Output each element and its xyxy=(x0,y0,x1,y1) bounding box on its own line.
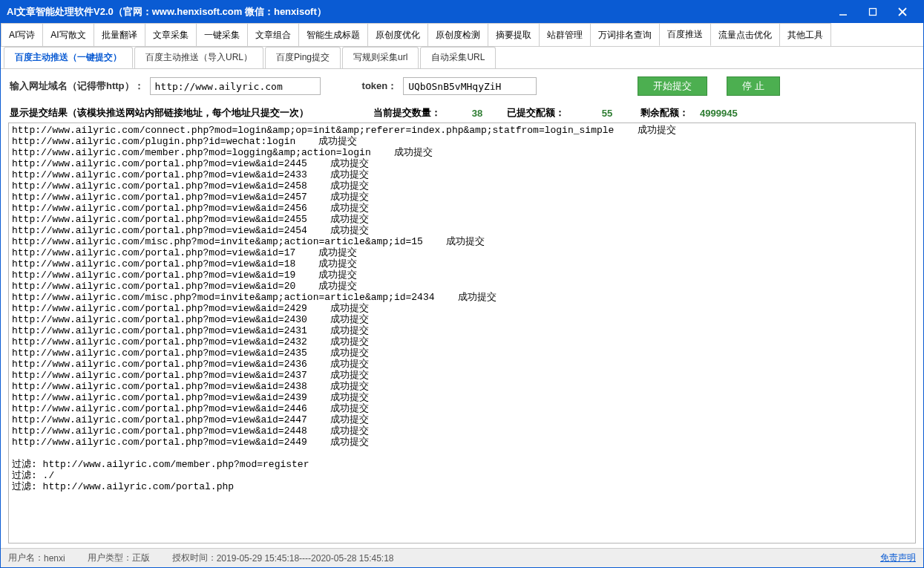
auth-time-label: 授权时间： xyxy=(172,552,217,564)
stats-row: 显示提交结果（该模块推送网站内部链接地址，每个地址只提交一次） 当前提交数量： … xyxy=(1,103,923,121)
sub-tab-2[interactable]: 百度Ping提交 xyxy=(265,47,341,68)
window-title: AI文章智能处理软件V2.0（官网：www.henxisoft.com 微信：h… xyxy=(7,5,327,19)
svg-rect-1 xyxy=(870,9,877,16)
main-tab-8[interactable]: 原创度检测 xyxy=(427,23,488,46)
main-tab-3[interactable]: 文章采集 xyxy=(145,23,197,46)
main-tab-6[interactable]: 智能生成标题 xyxy=(298,23,368,46)
token-label: token： xyxy=(362,79,398,93)
main-tab-12[interactable]: 百度推送 xyxy=(659,23,711,46)
domain-input[interactable] xyxy=(150,77,321,95)
main-tab-9[interactable]: 摘要提取 xyxy=(488,23,540,46)
input-row: 输入网址域名（记得带http）： token： 开始提交 停 止 xyxy=(1,69,923,103)
token-input[interactable] xyxy=(403,77,537,95)
main-tab-1[interactable]: AI写散文 xyxy=(42,23,94,46)
main-tab-11[interactable]: 万词排名查询 xyxy=(590,23,660,46)
main-tab-5[interactable]: 文章组合 xyxy=(247,23,299,46)
submitted-quota-label: 已提交配额： xyxy=(507,106,574,120)
user-label: 用户名： xyxy=(8,552,44,564)
result-label: 显示提交结果（该模块推送网站内部链接地址，每个地址只提交一次） xyxy=(10,106,373,120)
user-type-value: 正版 xyxy=(132,552,150,564)
sub-tab-0[interactable]: 百度主动推送（一键提交） xyxy=(4,47,133,68)
minimize-button[interactable] xyxy=(828,3,858,21)
sub-tab-3[interactable]: 写规则采集url xyxy=(342,47,419,68)
main-tab-2[interactable]: 批量翻译 xyxy=(94,23,145,46)
domain-label: 输入网址域名（记得带http）： xyxy=(10,79,144,93)
remaining-quota-label: 剩余配额： xyxy=(640,106,700,120)
sub-tabs: 百度主动推送（一键提交）百度主动推送（导入URL）百度Ping提交写规则采集ur… xyxy=(1,47,923,69)
main-tabs: AI写诗AI写散文批量翻译文章采集一键采集文章组合智能生成标题原创度优化原创度检… xyxy=(1,23,923,47)
main-tab-13[interactable]: 流量点击优化 xyxy=(710,23,780,46)
stop-button[interactable]: 停 止 xyxy=(727,76,780,96)
main-tab-0[interactable]: AI写诗 xyxy=(1,23,43,46)
status-bar: 用户名： henxi 用户类型： 正版 授权时间： 2019-05-29 15:… xyxy=(1,548,923,567)
maximize-button[interactable] xyxy=(858,3,888,21)
current-count-value: 38 xyxy=(448,108,507,119)
main-tab-10[interactable]: 站群管理 xyxy=(539,23,591,46)
sub-tab-4[interactable]: 自动采集URL xyxy=(420,47,496,68)
close-button[interactable] xyxy=(888,3,917,21)
remaining-quota-value: 4999945 xyxy=(700,108,767,119)
user-value: henxi xyxy=(44,553,65,564)
start-button[interactable]: 开始提交 xyxy=(638,76,707,96)
title-bar: AI文章智能处理软件V2.0（官网：www.henxisoft.com 微信：h… xyxy=(1,1,923,23)
main-tab-14[interactable]: 其他工具 xyxy=(779,23,831,46)
disclaimer-link[interactable]: 免责声明 xyxy=(880,552,916,564)
main-tab-4[interactable]: 一键采集 xyxy=(196,23,248,46)
sub-tab-1[interactable]: 百度主动推送（导入URL） xyxy=(134,47,263,68)
auth-time-value: 2019-05-29 15:45:18----2020-05-28 15:45:… xyxy=(217,553,394,564)
result-textarea[interactable]: http://www.ailyric.com/connect.php?mod=l… xyxy=(8,123,916,543)
user-type-label: 用户类型： xyxy=(88,552,132,564)
current-count-label: 当前提交数量： xyxy=(373,106,448,120)
submitted-quota-value: 55 xyxy=(574,108,640,119)
main-tab-7[interactable]: 原创度优化 xyxy=(367,23,428,46)
